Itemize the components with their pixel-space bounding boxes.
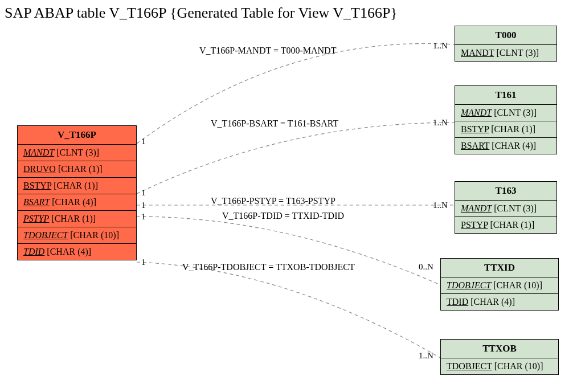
field-row: TDID [CHAR (4)] [18, 244, 136, 260]
field-row: BSTYP [CHAR (1)] [18, 178, 136, 194]
cardinality-left: 1 [141, 258, 146, 267]
field-row: TDID [CHAR (4)] [441, 294, 558, 310]
cardinality-left: 1 [141, 137, 146, 146]
entity-header: T163 [455, 182, 556, 201]
rel-label: V_T166P-MANDT = T000-MANDT [199, 46, 336, 56]
entity-header: T000 [455, 26, 556, 45]
diagram-title: SAP ABAP table V_T166P {Generated Table … [5, 5, 398, 22]
field-row: MANDT [CLNT (3)] [455, 201, 556, 217]
entity-t000: T000 MANDT [CLNT (3)] [455, 26, 557, 62]
cardinality-right: 1..N [433, 118, 448, 128]
entity-header: T161 [455, 86, 556, 105]
field-row: BSART [CHAR (4)] [455, 138, 556, 154]
rel-label: V_T166P-PSTYP = T163-PSTYP [211, 196, 335, 206]
field-row: BSTYP [CHAR (1)] [455, 121, 556, 138]
rel-label: V_T166P-BSART = T161-BSART [211, 119, 338, 129]
field-row: DRUVO [CHAR (1)] [18, 161, 136, 178]
field-row: PSTYP [CHAR (1)] [18, 211, 136, 227]
entity-ttxob: TTXOB TDOBJECT [CHAR (10)] [440, 339, 559, 375]
entity-header: TTXID [441, 259, 558, 277]
cardinality-left: 1 [141, 188, 146, 198]
cardinality-right: 0..N [419, 262, 433, 272]
field-row: TDOBJECT [CHAR (10)] [18, 227, 136, 244]
field-row: TDOBJECT [CHAR (10)] [441, 277, 558, 294]
entity-header: TTXOB [441, 340, 558, 358]
rel-label: V_T166P-TDOBJECT = TTXOB-TDOBJECT [182, 262, 355, 272]
entity-v-t166p: V_T166P MANDT [CLNT (3)] DRUVO [CHAR (1)… [17, 125, 137, 260]
cardinality-right: 1..N [419, 351, 433, 361]
entity-t163: T163 MANDT [CLNT (3)] PSTYP [CHAR (1)] [455, 181, 557, 234]
cardinality-left: 1 [141, 201, 146, 210]
field-row: MANDT [CLNT (3)] [455, 105, 556, 121]
field-row: BSART [CHAR (4)] [18, 194, 136, 211]
entity-ttxid: TTXID TDOBJECT [CHAR (10)] TDID [CHAR (4… [440, 258, 559, 311]
field-row: PSTYP [CHAR (1)] [455, 217, 556, 233]
cardinality-right: 1..N [433, 201, 448, 210]
rel-label: V_T166P-TDID = TTXID-TDID [222, 211, 344, 221]
field-row: MANDT [CLNT (3)] [18, 145, 136, 161]
field-row: TDOBJECT [CHAR (10)] [441, 358, 558, 374]
entity-header: V_T166P [18, 126, 136, 145]
cardinality-left: 1 [141, 212, 146, 222]
entity-t161: T161 MANDT [CLNT (3)] BSTYP [CHAR (1)] B… [455, 85, 557, 154]
field-row: MANDT [CLNT (3)] [455, 45, 556, 61]
cardinality-right: 1..N [433, 41, 448, 51]
